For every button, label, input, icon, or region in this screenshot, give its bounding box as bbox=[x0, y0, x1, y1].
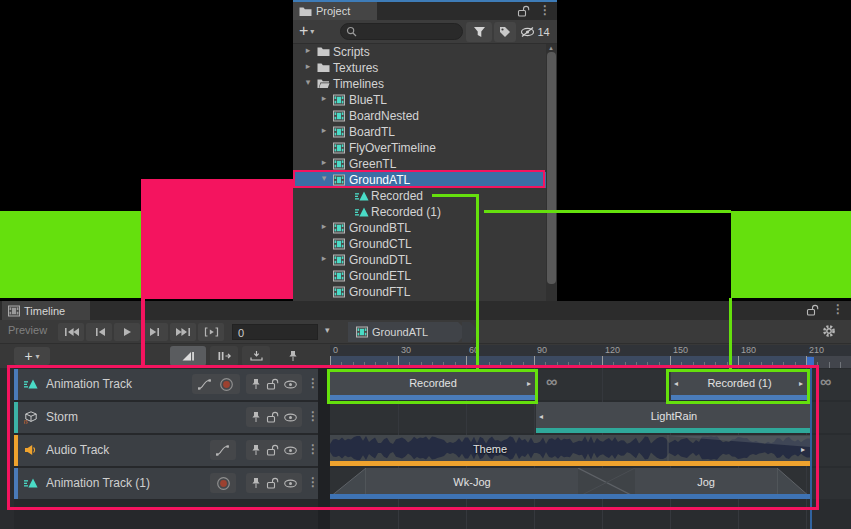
breadcrumb[interactable]: GroundATL bbox=[348, 322, 468, 342]
chevron-right-icon[interactable]: ▸ bbox=[319, 253, 329, 263]
tree-item-timelines[interactable]: ▾Timelines bbox=[293, 76, 546, 92]
playhead-line[interactable] bbox=[810, 368, 812, 529]
track-kebab-icon[interactable]: ⋮ bbox=[307, 376, 319, 390]
tree-item-groundctl[interactable]: GroundCTL bbox=[293, 236, 546, 252]
ruler-label: 210 bbox=[809, 345, 824, 355]
chevron-right-icon[interactable]: ▸ bbox=[303, 45, 313, 55]
record-button[interactable] bbox=[219, 377, 234, 392]
tree-item-recorded[interactable]: Recorded bbox=[293, 188, 546, 204]
clip-right-edge[interactable]: ▸ bbox=[527, 379, 531, 388]
caret-down-icon[interactable]: ▾ bbox=[325, 325, 330, 335]
lock-icon[interactable] bbox=[517, 5, 530, 17]
chevron-down-icon[interactable]: ▾ bbox=[319, 173, 329, 183]
chevron-right-icon[interactable]: ▸ bbox=[319, 125, 329, 135]
tree-item-groundatl[interactable]: ▾GroundATL bbox=[293, 172, 546, 188]
pin-toggle[interactable] bbox=[250, 444, 262, 456]
preview-toggle[interactable]: Preview bbox=[8, 324, 47, 336]
mix-mode-button[interactable] bbox=[170, 346, 206, 366]
add-track-button[interactable]: + ▾ bbox=[14, 347, 50, 365]
step-fwd-button[interactable] bbox=[142, 323, 168, 341]
track-header-4[interactable]: Animation Track (1)⋮ bbox=[14, 468, 318, 499]
tree-item-groundftl[interactable]: GroundFTL bbox=[293, 284, 546, 300]
tree-item-recorded-1-[interactable]: Recorded (1) bbox=[293, 204, 546, 220]
step-back-button[interactable] bbox=[86, 323, 112, 341]
tree-item-flyovertimeline[interactable]: FlyOverTimeline bbox=[293, 140, 546, 156]
tree-item-scripts[interactable]: ▸Scripts bbox=[293, 44, 546, 60]
tree-item-grounddtl[interactable]: ▸GroundDTL bbox=[293, 252, 546, 268]
lock-toggle[interactable] bbox=[266, 444, 279, 456]
track-header-1[interactable]: Animation Track⋮ bbox=[14, 369, 318, 400]
add-asset-button[interactable]: + ▾ bbox=[299, 24, 314, 38]
ripple-mode-button[interactable] bbox=[210, 346, 238, 366]
clip-lightrain[interactable]: LightRain◂ bbox=[536, 402, 812, 433]
eye-toggle[interactable] bbox=[283, 379, 298, 390]
clip-left-edge[interactable]: ◂ bbox=[539, 412, 543, 421]
tree-item-boardtl[interactable]: ▸BoardTL bbox=[293, 124, 546, 140]
pin-toggle[interactable] bbox=[250, 477, 262, 489]
grid-line bbox=[466, 402, 467, 433]
scroll-up-icon[interactable]: ▲ bbox=[548, 45, 554, 51]
skip-end-button[interactable] bbox=[170, 323, 196, 341]
search-by-label-button[interactable] bbox=[494, 22, 516, 42]
playhead-marker[interactable] bbox=[807, 357, 814, 367]
search-input[interactable] bbox=[357, 25, 451, 39]
gear-icon[interactable] bbox=[822, 324, 840, 340]
curves-button[interactable] bbox=[216, 445, 230, 456]
track-header-3[interactable]: Audio Track⋮ bbox=[14, 435, 318, 466]
clip-recorded[interactable]: Recorded▸ bbox=[330, 369, 536, 400]
tree-item-boardnested[interactable]: BoardNested bbox=[293, 108, 546, 124]
clip-jog[interactable]: Jog bbox=[635, 468, 777, 499]
chevron-right-icon[interactable]: ▸ bbox=[319, 157, 329, 167]
chevron-right-icon[interactable]: ▸ bbox=[303, 61, 313, 71]
tab-project[interactable]: Project bbox=[293, 2, 377, 20]
track-kebab-icon[interactable]: ⋮ bbox=[307, 475, 319, 489]
skip-start-button[interactable] bbox=[58, 323, 84, 341]
lock-icon[interactable] bbox=[806, 304, 819, 316]
ease-out-segment[interactable] bbox=[777, 468, 810, 499]
hidden-count-button[interactable]: 14 bbox=[518, 22, 552, 42]
tree-item-textures[interactable]: ▸Textures bbox=[293, 60, 546, 76]
kebab-icon[interactable]: ⋮ bbox=[832, 302, 844, 316]
eye-toggle[interactable] bbox=[283, 478, 298, 489]
ease-in-segment[interactable] bbox=[330, 468, 366, 499]
ruler-major-tick bbox=[738, 356, 739, 368]
search-field[interactable] bbox=[340, 23, 463, 40]
clip-wk-jog[interactable]: Wk-Jog bbox=[366, 468, 578, 499]
chevron-right-icon[interactable]: ▸ bbox=[319, 93, 329, 103]
clip-right-edge[interactable]: ▸ bbox=[801, 445, 805, 454]
tree-item-greentl[interactable]: ▸GreenTL bbox=[293, 156, 546, 172]
track-kebab-icon[interactable]: ⋮ bbox=[307, 409, 319, 423]
tree-item-groundetl[interactable]: GroundETL bbox=[293, 268, 546, 284]
lock-toggle[interactable] bbox=[266, 477, 279, 489]
replace-mode-button[interactable] bbox=[242, 346, 270, 366]
record-button[interactable] bbox=[216, 476, 231, 491]
timeline-ruler[interactable]: 0306090120150180210 bbox=[330, 345, 851, 368]
eye-toggle[interactable] bbox=[283, 412, 298, 423]
track-header-2[interactable]: {}Storm⋮ bbox=[14, 402, 318, 433]
clip-right-edge[interactable]: ▸ bbox=[799, 379, 803, 388]
pin-toggle[interactable] bbox=[250, 411, 262, 423]
play-range-button[interactable] bbox=[198, 323, 224, 341]
search-by-type-button[interactable] bbox=[466, 22, 492, 42]
lock-toggle[interactable] bbox=[266, 378, 279, 390]
lock-toggle[interactable] bbox=[266, 411, 279, 423]
pin-mode-button[interactable] bbox=[284, 346, 302, 366]
clip-recorded-1-[interactable]: Recorded (1)◂▸ bbox=[671, 369, 808, 400]
pin-toggle[interactable] bbox=[250, 378, 262, 390]
tab-timeline[interactable]: Timeline bbox=[2, 301, 90, 320]
clip-theme[interactable]: Theme▸ bbox=[330, 435, 810, 466]
curves-button[interactable] bbox=[198, 379, 212, 390]
tree-item-bluetl[interactable]: ▸BlueTL bbox=[293, 92, 546, 108]
frame-field[interactable]: 0 bbox=[232, 324, 318, 340]
chevron-right-icon[interactable]: ▸ bbox=[319, 221, 329, 231]
eye-toggle[interactable] bbox=[283, 445, 298, 456]
tree-item-groundbtl[interactable]: ▸GroundBTL bbox=[293, 220, 546, 236]
chevron-down-icon[interactable]: ▾ bbox=[303, 77, 313, 87]
scrollbar-thumb[interactable] bbox=[547, 52, 556, 284]
project-scrollbar[interactable]: ▲ bbox=[546, 44, 557, 301]
clip-left-edge[interactable]: ◂ bbox=[674, 379, 678, 388]
track-kebab-icon[interactable]: ⋮ bbox=[307, 442, 319, 456]
kebab-icon[interactable]: ⋮ bbox=[539, 3, 551, 17]
play-button[interactable] bbox=[114, 323, 140, 341]
crossfade-segment[interactable] bbox=[578, 468, 635, 499]
